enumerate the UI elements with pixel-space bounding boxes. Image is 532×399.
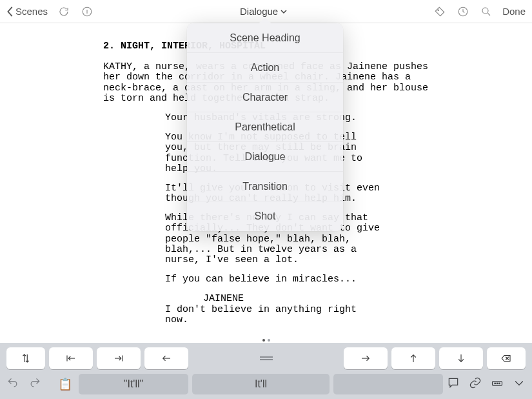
arrow-bar-left-icon — [65, 353, 77, 364]
back-label: Scenes — [15, 6, 48, 17]
back-button[interactable]: Scenes — [6, 6, 48, 17]
page-indicator — [262, 339, 270, 342]
delete-key[interactable] — [487, 347, 526, 369]
character-name: JAINENE — [203, 294, 451, 304]
redo-button[interactable] — [28, 376, 41, 392]
dropdown-item-action[interactable]: Action — [187, 53, 343, 83]
undo-icon — [6, 376, 19, 389]
redo-icon — [28, 376, 41, 389]
svg-point-4 — [482, 8, 488, 14]
prediction-3[interactable] — [333, 374, 443, 394]
dismiss-keyboard-button[interactable] — [513, 376, 526, 392]
dropdown-item-parenthetical[interactable]: Parenthetical — [187, 112, 343, 142]
format-key-row — [0, 343, 532, 373]
cursor-down-key[interactable] — [439, 347, 483, 369]
dropdown-item-character[interactable]: Character — [187, 83, 343, 112]
prediction-1[interactable]: "It'll" — [79, 374, 188, 394]
swap-icon — [20, 353, 32, 364]
arrow-right-icon — [360, 353, 371, 364]
link-icon — [469, 376, 482, 389]
chevron-down-icon — [513, 376, 526, 389]
grip-icon — [259, 355, 274, 362]
dropdown-item-scene-heading[interactable]: Scene Heading — [187, 23, 343, 53]
cursor-right-key[interactable] — [344, 347, 388, 369]
undo-button[interactable] — [6, 376, 19, 392]
search-button[interactable] — [479, 5, 493, 19]
arrow-down-icon — [455, 353, 467, 364]
backspace-icon — [500, 353, 512, 364]
clock-icon — [457, 6, 469, 17]
speech-bubble-icon — [447, 376, 460, 389]
cursor-left-key[interactable] — [144, 347, 188, 369]
tag-button[interactable] — [433, 5, 447, 19]
sync-icon — [58, 6, 70, 17]
element-type-dropdown: Scene Heading Action Character Parenthet… — [187, 23, 343, 231]
element-type-selector[interactable]: Dialogue — [240, 6, 287, 17]
element-type-label: Dialogue — [240, 6, 278, 17]
dialogue-block: If you can believe in miracles... — [165, 274, 384, 285]
more-dots-icon — [491, 376, 504, 389]
tag-icon — [434, 6, 446, 17]
cursor-up-key[interactable] — [391, 347, 435, 369]
prediction-row: 📋 "It'll" It'll — [0, 373, 532, 399]
cursor-word-right-key[interactable] — [97, 347, 141, 369]
dialogue-block: I don't believe in anything right now. — [165, 305, 384, 325]
insert-placeholder-button[interactable] — [80, 5, 94, 19]
dropdown-item-dialogue[interactable]: Dialogue — [187, 142, 343, 172]
svg-point-20 — [497, 383, 498, 384]
svg-point-19 — [495, 383, 496, 384]
circle-i-icon — [81, 6, 93, 17]
chevron-down-icon — [281, 8, 287, 15]
more-keys-button[interactable] — [491, 376, 504, 392]
history-button[interactable] — [456, 5, 470, 19]
keyboard-accessory: 📋 "It'll" It'll — [0, 343, 532, 399]
drag-handle[interactable] — [192, 355, 340, 362]
comment-button[interactable] — [447, 376, 460, 392]
svg-point-2 — [438, 10, 439, 11]
sync-button[interactable] — [57, 5, 71, 19]
prediction-2[interactable]: It'll — [192, 374, 330, 394]
svg-line-5 — [488, 13, 490, 15]
dropdown-item-shot[interactable]: Shot — [187, 201, 343, 231]
done-button[interactable]: Done — [502, 6, 526, 17]
clipboard-button[interactable]: 📋 — [55, 374, 75, 394]
search-icon — [480, 6, 492, 17]
cursor-word-left-key[interactable] — [49, 347, 93, 369]
arrow-left-icon — [161, 353, 172, 364]
arrow-up-icon — [408, 353, 419, 364]
link-button[interactable] — [469, 376, 482, 392]
dropdown-item-transition[interactable]: Transition — [187, 172, 343, 201]
svg-point-21 — [499, 383, 500, 384]
chevron-left-icon — [6, 6, 14, 17]
dual-mode-key[interactable] — [6, 347, 45, 369]
arrow-bar-right-icon — [113, 353, 124, 364]
